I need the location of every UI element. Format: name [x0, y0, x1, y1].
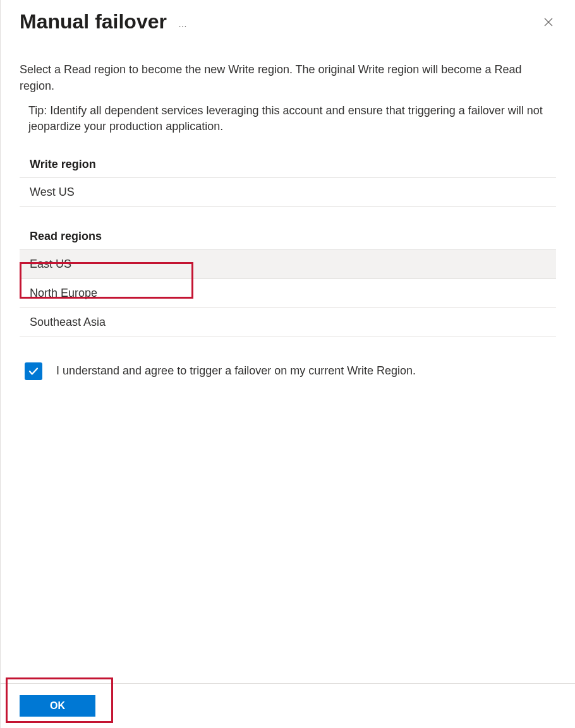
more-menu-icon[interactable]: … — [178, 19, 188, 29]
panel-content: Select a Read region to become the new W… — [1, 33, 575, 683]
consent-label: I understand and agree to trigger a fail… — [56, 364, 416, 378]
close-icon — [543, 16, 554, 28]
consent-row: I understand and agree to trigger a fail… — [20, 362, 556, 380]
check-icon — [28, 366, 39, 377]
write-region-value: West US — [20, 178, 556, 207]
panel-header: Manual failover … — [1, 0, 575, 33]
read-region-north-europe[interactable]: North Europe — [20, 279, 556, 308]
tip-text: Tip: Identify all dependent services lev… — [20, 103, 556, 134]
ok-button[interactable]: OK — [20, 695, 95, 717]
read-region-east-us[interactable]: East US — [20, 250, 556, 279]
write-region-section: Write region West US — [20, 152, 556, 207]
write-region-header: Write region — [20, 152, 556, 178]
consent-checkbox[interactable] — [25, 362, 42, 380]
read-regions-section: Read regions East US North Europe Southe… — [20, 224, 556, 337]
read-regions-header: Read regions — [20, 224, 556, 250]
panel-footer: OK — [1, 683, 575, 728]
close-button[interactable] — [541, 15, 556, 30]
read-region-southeast-asia[interactable]: Southeast Asia — [20, 308, 556, 337]
page-title: Manual failover — [20, 10, 167, 33]
description-text: Select a Read region to become the new W… — [20, 61, 556, 94]
